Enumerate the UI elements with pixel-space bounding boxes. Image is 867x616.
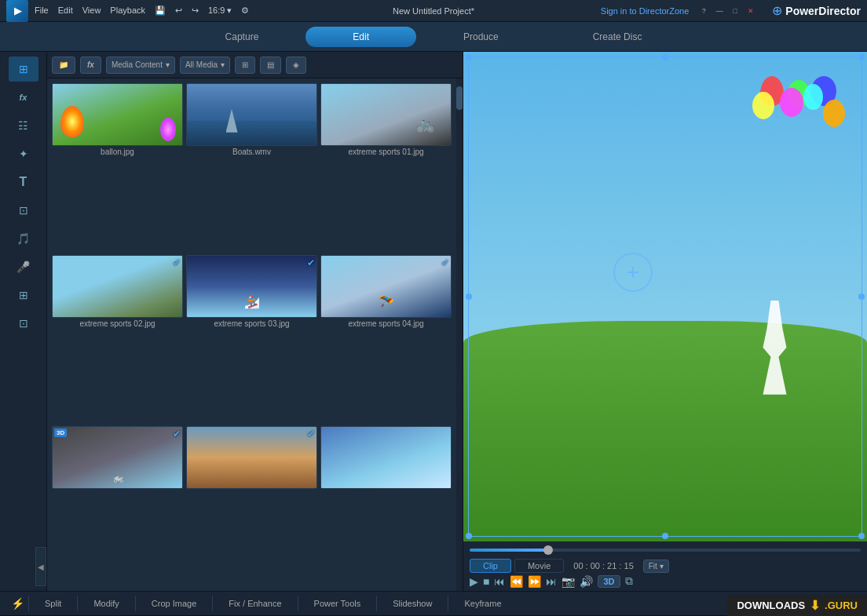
scrubber-track[interactable] bbox=[470, 549, 861, 552]
media-thumb-sunset: ✔ bbox=[186, 426, 317, 489]
menu-redo[interactable]: ↪ bbox=[192, 5, 199, 16]
tab-keyframe[interactable]: Keyframe bbox=[448, 596, 517, 611]
check-icon-sunset: ✔ bbox=[307, 428, 315, 439]
sidebar-icon-audio[interactable]: 🎵 bbox=[9, 226, 38, 251]
tab-edit[interactable]: Edit bbox=[305, 27, 416, 47]
preview-clip-tab[interactable]: Clip bbox=[470, 559, 511, 573]
audio-button[interactable]: 🔊 bbox=[580, 575, 593, 588]
play-button[interactable]: ▶ bbox=[470, 575, 478, 588]
tab-power-tools[interactable]: Power Tools bbox=[298, 596, 377, 611]
fx-button[interactable]: fx bbox=[80, 56, 101, 74]
media-item-extreme4[interactable]: ✔ 🪂 extreme sports 04.jpg bbox=[320, 255, 452, 424]
preview-movie-tab[interactable]: Movie bbox=[514, 559, 564, 573]
menu-edit[interactable]: Edit bbox=[58, 5, 73, 16]
menu-bar: File Edit View Playback 💾 ↩ ↪ 16:9 ▾ ⚙ bbox=[35, 5, 249, 16]
app-name: PowerDirector bbox=[785, 5, 861, 17]
menu-file[interactable]: File bbox=[35, 5, 49, 16]
sidebar-icon-subtitle[interactable]: ⊡ bbox=[9, 311, 38, 336]
scrubber-fill bbox=[470, 549, 548, 552]
sidebar-icon-media[interactable]: ⊞ bbox=[9, 56, 38, 82]
preview-panel: + Clip Movie 00 : 00 : 21 : 15 Fit ▾ bbox=[463, 52, 867, 591]
media-thumb-3d: 3D ✔ 🏍 bbox=[52, 426, 183, 489]
tab-modify[interactable]: Modify bbox=[77, 596, 134, 611]
media-thumb-extreme3: ✔ 🏂 bbox=[186, 255, 317, 318]
media-name-extreme3: extreme sports 03.jpg bbox=[186, 319, 317, 328]
media-item-3d[interactable]: 3D ✔ 🏍 bbox=[52, 426, 183, 586]
preview-scrubber[interactable] bbox=[470, 545, 861, 556]
check-icon-extreme2: ✔ bbox=[173, 257, 181, 268]
next-frame-button[interactable]: ⏩ bbox=[528, 575, 541, 588]
rewind-button[interactable]: ⏮ bbox=[494, 575, 505, 588]
minimize-button[interactable]: — bbox=[714, 5, 725, 16]
media-item-ballon[interactable]: ballon.jpg bbox=[52, 83, 183, 252]
sidebar-icon-particles[interactable]: ✦ bbox=[9, 141, 38, 166]
sidebar-icon-transition[interactable]: ⊡ bbox=[9, 198, 38, 223]
sidebar-icon-title[interactable]: T bbox=[9, 169, 38, 195]
media-scrollbar[interactable] bbox=[456, 78, 463, 591]
menu-extra1[interactable]: 💾 bbox=[155, 5, 166, 16]
media-name-extreme2: extreme sports 02.jpg bbox=[52, 319, 183, 328]
list-view-button[interactable]: ▤ bbox=[260, 56, 281, 74]
fast-forward-button[interactable]: ⏭ bbox=[546, 575, 557, 588]
sign-in-link[interactable]: Sign in to DirectorZone bbox=[601, 6, 690, 16]
settings-button[interactable]: ◈ bbox=[286, 56, 306, 74]
menu-undo[interactable]: ↩ bbox=[175, 5, 182, 16]
main-area: ⊞ fx ☷ ✦ T ⊡ 🎵 🎤 ⊞ ⊡ ◀ 📁 fx Media Conten… bbox=[0, 52, 867, 591]
sidebar-icon-chapters[interactable]: ⊞ bbox=[9, 282, 38, 308]
tab-create-disc[interactable]: Create Disc bbox=[546, 27, 690, 47]
sidebar-icon-voice[interactable]: 🎤 bbox=[9, 254, 38, 279]
sidebar-icon-pip[interactable]: ☷ bbox=[9, 113, 38, 138]
preview-time: 00 : 00 : 21 : 15 bbox=[573, 561, 633, 570]
maximize-button[interactable]: □ bbox=[730, 5, 741, 16]
media-thumb-extreme1: 🚲 bbox=[320, 83, 452, 146]
prev-frame-button[interactable]: ⏪ bbox=[510, 575, 523, 588]
media-item-extreme3[interactable]: ✔ 🏂 extreme sports 03.jpg bbox=[186, 255, 317, 424]
media-item-sky[interactable] bbox=[320, 426, 452, 586]
undock-button[interactable]: ⧉ bbox=[625, 574, 633, 588]
menu-aspect[interactable]: 16:9 ▾ bbox=[208, 5, 232, 16]
stop-button[interactable]: ■ bbox=[483, 575, 489, 588]
menu-settings[interactable]: ⚙ bbox=[241, 5, 249, 16]
tab-capture[interactable]: Capture bbox=[178, 27, 306, 47]
media-item-boats[interactable]: Boats.wmv bbox=[186, 83, 317, 252]
sidebar-collapse[interactable]: ◀ bbox=[35, 547, 46, 586]
close-button[interactable]: ✕ bbox=[745, 5, 756, 16]
watermark-text: DOWNLOADS bbox=[737, 600, 805, 611]
menu-view[interactable]: View bbox=[82, 5, 101, 16]
scrubber-thumb[interactable] bbox=[543, 545, 553, 555]
3d-button[interactable]: 3D bbox=[598, 575, 620, 588]
snapshot-button[interactable]: 📷 bbox=[562, 575, 575, 588]
tab-crop-image[interactable]: Crop Image bbox=[135, 596, 212, 611]
media-thumb-extreme4: ✔ 🪂 bbox=[320, 255, 452, 318]
tab-split[interactable]: Split bbox=[28, 596, 77, 611]
import-media-button[interactable]: 📁 bbox=[52, 56, 75, 74]
filter-dropdown[interactable]: All Media ▾ bbox=[180, 56, 230, 74]
project-title: New Untitled Project* bbox=[393, 6, 474, 16]
mode-tabs: Capture Edit Produce Create Disc bbox=[0, 22, 867, 52]
badge-3d: 3D bbox=[54, 428, 67, 437]
media-scrollbar-thumb bbox=[456, 86, 463, 110]
content-type-dropdown[interactable]: Media Content ▾ bbox=[106, 56, 175, 74]
watermark-suffix: .GURU bbox=[825, 600, 858, 611]
grid-view-button[interactable]: ⊞ bbox=[235, 56, 255, 74]
tab-produce[interactable]: Produce bbox=[416, 27, 546, 47]
auto-fix-icon[interactable]: ⚡ bbox=[6, 592, 28, 614]
help-button[interactable]: ? bbox=[698, 5, 709, 16]
media-name-ballon: ballon.jpg bbox=[52, 148, 183, 156]
menu-playback[interactable]: Playback bbox=[110, 5, 145, 16]
media-item-sunset[interactable]: ✔ bbox=[186, 426, 317, 586]
media-item-extreme1[interactable]: 🚲 extreme sports 01.jpg bbox=[320, 83, 452, 252]
media-grid: ballon.jpg Boats.wmv bbox=[47, 78, 456, 591]
tab-fix-enhance[interactable]: Fix / Enhance bbox=[212, 596, 297, 611]
watermark: DOWNLOADS ⬇ .GURU bbox=[727, 595, 867, 616]
tab-slideshow[interactable]: Slideshow bbox=[376, 596, 448, 611]
media-item-extreme2[interactable]: ✔ extreme sports 02.jpg bbox=[52, 255, 183, 424]
playback-controls: ▶ ■ ⏮ ⏪ ⏩ ⏭ 📷 🔊 3D ⧉ bbox=[470, 574, 861, 588]
titlebar-right: Sign in to DirectorZone ? — □ ✕ ⊕ PowerD… bbox=[601, 3, 861, 18]
preview-fit-dropdown[interactable]: Fit ▾ bbox=[643, 560, 669, 573]
titlebar: ▶ File Edit View Playback 💾 ↩ ↪ 16:9 ▾ ⚙… bbox=[0, 0, 867, 22]
preview-add-button[interactable]: + bbox=[613, 253, 653, 292]
sidebar-icon-fx[interactable]: fx bbox=[9, 85, 38, 110]
window-buttons: ? — □ ✕ bbox=[698, 5, 756, 16]
preview-controls: Clip Movie 00 : 00 : 21 : 15 Fit ▾ ▶ ■ ⏮… bbox=[463, 541, 867, 591]
